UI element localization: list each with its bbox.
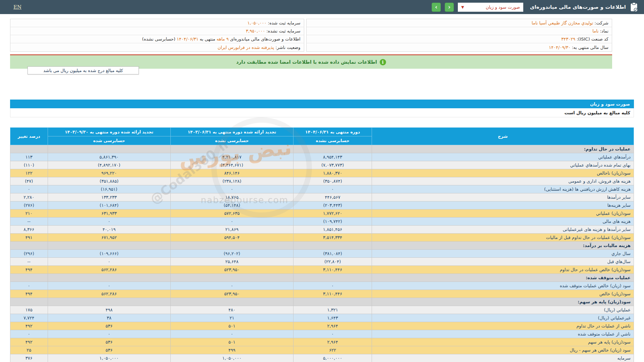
value-current-period: (۳۸۱,۰۸۴) bbox=[293, 250, 372, 258]
value-percent-change: ۱۲۲ bbox=[10, 169, 48, 177]
value-restated-prior-period: ۰ bbox=[170, 330, 293, 338]
value-restated-annual: ۶۷۱,۹۵۲ bbox=[48, 234, 170, 242]
section-row: سود(زیان) پایه هر سهم: bbox=[10, 298, 634, 306]
value-percent-change: (۴۷) bbox=[10, 177, 48, 185]
value-current-period bbox=[293, 298, 372, 306]
column-subheader-restated-prior-period: حسابرسی نشده bbox=[170, 136, 293, 145]
value-restated-prior-period: ۵۷۲,۶۳۵ bbox=[170, 209, 293, 218]
value-percent-change bbox=[10, 145, 48, 153]
row-label: سود(زیان) عملیات در حال تداوم قبل از مال… bbox=[372, 234, 634, 242]
value-restated-prior-period: ۵۲۳,۹۵۰ bbox=[170, 266, 293, 274]
value-restated-prior-period bbox=[170, 242, 293, 250]
clipboard-report-icon bbox=[630, 2, 638, 12]
value-restated-prior-period: ۰ bbox=[170, 282, 293, 290]
section-row: عملیات در حال تداوم: bbox=[10, 145, 634, 153]
table-row: هزینه کاهش ارزش دریافتني ها (هزینه استثن… bbox=[10, 185, 634, 193]
value-restated-annual bbox=[48, 298, 170, 306]
table-row: سود(زیان) پایه هر سهم۲,۹۶۴۵۰۱۵۳۶۴۹۲ bbox=[10, 338, 634, 346]
value-restated-prior-period: (۹۶,۲۰۲) bbox=[170, 250, 293, 258]
value-current-period: (۳۵۰,۸۷۴) bbox=[293, 177, 372, 185]
value-percent-change: ۱۷۵ bbox=[10, 306, 48, 314]
value-current-period: ۳,۱۱۰,۴۴۶ bbox=[293, 266, 372, 274]
row-label: سود(زیان) پایه هر سهم: bbox=[372, 298, 634, 306]
value-percent-change: (۲۷۶) bbox=[10, 201, 48, 209]
table-row: سایر درآمدها و هزینه های غیرعملیاتی۱,۸۵۱… bbox=[10, 226, 634, 234]
value-restated-prior-period bbox=[170, 274, 293, 282]
row-label: سرمایه bbox=[372, 354, 634, 362]
value-restated-annual: ۰ bbox=[48, 282, 170, 290]
row-label: سال جاري bbox=[372, 250, 634, 258]
value-current-period: ۱,۶۴۳ bbox=[293, 314, 372, 322]
value-current-period: ۶۲۲ bbox=[293, 346, 372, 354]
value-restated-prior-period: ۵۲۳,۹۵۰ bbox=[170, 290, 293, 298]
value-restated-annual: ۵,۸۶۱,۳۹۰ bbox=[48, 153, 170, 161]
next-statement-button[interactable]: ‹ bbox=[445, 3, 454, 12]
value-restated-prior-period: ۵۰۱ bbox=[170, 338, 293, 346]
column-header-restated-annual: تجدید ارائه شده دوره منتهی به ۱۴۰۳/۰۹/۳۰ bbox=[48, 128, 170, 136]
value-restated-annual: (۱۰۹,۶۶۶) bbox=[48, 250, 170, 258]
value-current-period bbox=[293, 274, 372, 282]
value-restated-annual bbox=[48, 242, 170, 250]
row-label: عملیات متوقف شده: bbox=[372, 274, 634, 282]
value-restated-prior-period: ۲۱,۸۶۹ bbox=[170, 226, 293, 234]
value-restated-prior-period: ۴۸۰ bbox=[170, 306, 293, 314]
table-row: سود(زیان) خالص عملیات در حال تداوم۳,۱۱۰,… bbox=[10, 266, 634, 274]
info-row: اطلاعات و صورت‌های مالی میاندوره‌ای ۹ ما… bbox=[10, 35, 304, 43]
info-label: نماد: bbox=[600, 28, 608, 34]
value-percent-change: ۲,۲۸۰ bbox=[10, 193, 48, 201]
table-row: غیرعملیاتي (ریال)۱,۶۴۳۲۱۳۸۷,۷۲۴ bbox=[10, 314, 634, 322]
value-current-period: (۱۰۹,۷۴۲) bbox=[293, 218, 372, 226]
value-percent-change: ۴۹۲ bbox=[10, 322, 48, 330]
value-percent-change: ۴۹۱ bbox=[10, 234, 48, 242]
row-label: هزینه مالیات بر درآمد: bbox=[372, 242, 634, 250]
chevron-right-icon: ‹ bbox=[448, 4, 450, 10]
value-current-period: ۳,۵۱۴,۳۳۴ bbox=[293, 234, 372, 242]
value-restated-annual: ۹۶۹,۲۲۰ bbox=[48, 169, 170, 177]
value-percent-change bbox=[10, 274, 48, 282]
table-row: ناشي از عملیات متوقف شده۰۰۰۰ bbox=[10, 330, 634, 338]
info-icon: i bbox=[380, 59, 386, 65]
info-value: ۱,۰۵۰,۰۰۰ bbox=[247, 20, 266, 25]
value-restated-annual: ۵۶۲,۲۸۶ bbox=[48, 266, 170, 274]
value-restated-prior-period: ۱۸,۷۶۵ bbox=[170, 193, 293, 201]
top-bar: اطلاعات و صورت‌های مالی میاندوره‌ای صورت… bbox=[0, 0, 644, 14]
income-statement-table: شرح دوره منتهی به ۱۴۰۴/۰۶/۳۱ تجدید ارائه… bbox=[10, 127, 634, 362]
top-bar-right-group: اطلاعات و صورت‌های مالی میاندوره‌ای صورت… bbox=[432, 2, 638, 12]
table-row: سایر درآمدها۴۴۶,۵۶۷۱۸,۷۶۵۱۳۳,۲۳۳۲,۲۸۰ bbox=[10, 193, 634, 201]
value-current-period: (۲۲,۸۰۴) bbox=[293, 258, 372, 266]
info-row: سرمایه ثبت نشده: ۳,۹۵۰,۰۰۰ bbox=[10, 27, 304, 35]
value-restated-prior-period: ۵۰۱ bbox=[170, 322, 293, 330]
value-current-period: ۱,۸۸۰,۳۷۰ bbox=[293, 169, 372, 177]
value-current-period: ۲,۹۶۴ bbox=[293, 322, 372, 330]
row-label: هزینه کاهش ارزش دریافتني ها (هزینه استثن… bbox=[372, 185, 634, 193]
info-label: کد صنعت (ISIC): bbox=[577, 37, 608, 42]
column-subheader-current-period: حسابرسی نشده bbox=[293, 136, 372, 145]
currency-unit-note-box: کلیه مبالغ درج شده به میلیون ریال می باش… bbox=[28, 66, 139, 74]
value-restated-annual: (۱۶,۹۵۱) bbox=[48, 185, 170, 193]
value-restated-prior-period: (۲۳۸,۱۲۸) bbox=[170, 177, 293, 185]
row-label: هزینه های مالی bbox=[372, 218, 634, 226]
value-percent-change: ۰ bbox=[10, 282, 48, 290]
language-toggle-en[interactable]: EN bbox=[13, 4, 21, 10]
info-label: وضعیت ناشر: bbox=[275, 45, 300, 50]
column-header-current-period: دوره منتهی به ۱۴۰۴/۰۶/۳۱ bbox=[293, 128, 372, 136]
value-restated-annual bbox=[48, 274, 170, 282]
info-value: ناما bbox=[592, 28, 599, 34]
value-current-period: (۲۰۳,۴۴۳) bbox=[293, 201, 372, 209]
info-label: سال مالی منتهی به: bbox=[572, 45, 608, 50]
info-label: سرمایه ثبت نشده: bbox=[266, 28, 300, 34]
statement-type-select[interactable]: صورت سود و زیان ▼ bbox=[458, 3, 523, 12]
value-restated-annual: ۵۳۶ bbox=[48, 338, 170, 346]
column-header-percent-change: درصد تغییر bbox=[10, 128, 48, 145]
info-value: ۱۴۰۴/۰۶/۳۱ bbox=[177, 37, 199, 42]
row-label: بهای تمام شده درآمدهاي عملیاتي bbox=[372, 161, 634, 169]
info-value: پذیرفته شده در فرابورس ایران bbox=[218, 45, 274, 50]
prev-statement-button[interactable]: › bbox=[432, 3, 441, 12]
table-row: درآمدهاي عملیاتي۸,۹۵۴,۱۴۳۴,۲۱۰,۸۱۷۵,۸۶۱,… bbox=[10, 153, 634, 161]
value-percent-change: ۲۵ bbox=[10, 346, 48, 354]
value-current-period: ۸,۹۵۴,۱۴۳ bbox=[293, 153, 372, 161]
table-body: عملیات در حال تداوم:درآمدهاي عملیاتي۸,۹۵… bbox=[10, 145, 634, 362]
value-percent-change: -- bbox=[10, 258, 48, 266]
table-row: سود(زیان) عملیات در حال تداوم قبل از مال… bbox=[10, 234, 634, 242]
info-value: ۳۴۳۰۲۹ bbox=[561, 37, 575, 42]
